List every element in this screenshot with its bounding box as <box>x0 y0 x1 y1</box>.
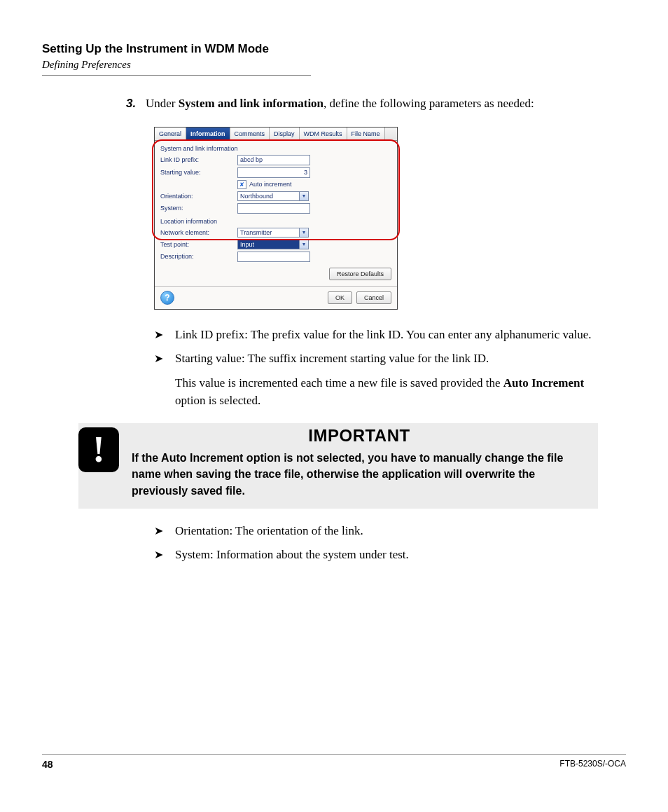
preferences-dialog: General Information Comments Display WDM… <box>154 127 398 310</box>
bullet-icon: ➤ <box>154 350 175 409</box>
cancel-button[interactable]: Cancel <box>356 291 391 304</box>
tab-comments[interactable]: Comments <box>230 128 270 140</box>
group-system-link-info: System and link information <box>160 145 391 152</box>
exclamation-icon <box>78 427 119 472</box>
step-text-bold: System and link information <box>179 97 323 110</box>
bullet-sub-paragraph: This value is incremented each time a ne… <box>175 375 598 409</box>
tab-information[interactable]: Information <box>186 128 230 140</box>
dropdown-network-element[interactable]: Transmitter ▾ <box>237 228 309 238</box>
bullet-item: ➤ System: Information about the system u… <box>154 546 598 564</box>
step-number: 3. <box>126 95 146 113</box>
tab-file-name[interactable]: File Name <box>347 128 385 140</box>
label-description: Description: <box>160 253 237 260</box>
group-location-info: Location information <box>160 218 391 225</box>
input-system[interactable] <box>237 203 310 214</box>
bullet-icon: ➤ <box>154 523 175 540</box>
label-auto-increment: Auto increment <box>249 181 292 188</box>
dropdown-orientation[interactable]: Northbound ▾ <box>237 191 309 201</box>
dropdown-test-point[interactable]: Input ▾ <box>237 240 309 249</box>
input-description[interactable] <box>237 252 310 262</box>
page-footer: 48 FTB-5230S/-OCA <box>42 754 626 770</box>
label-link-id-prefix: Link ID prefix: <box>160 156 237 163</box>
dropdown-test-point-value: Input <box>238 240 299 249</box>
important-callout: IMPORTANT If the Auto Increment option i… <box>78 423 598 509</box>
tab-general[interactable]: General <box>155 128 186 140</box>
tab-bar: General Information Comments Display WDM… <box>155 128 397 141</box>
label-starting-value: Starting value: <box>160 169 237 176</box>
bullet-text: Orientation: The orientation of the link… <box>175 523 598 540</box>
bullet-text-line: Starting value: The suffix increment sta… <box>175 352 489 365</box>
checkbox-auto-increment[interactable]: ✘ <box>237 180 246 189</box>
step-text-post: , define the following parameters as nee… <box>323 97 534 110</box>
header-rule <box>42 75 311 76</box>
page-number: 48 <box>42 759 53 770</box>
section-title: Setting Up the Instrument in WDM Mode <box>42 42 626 56</box>
chevron-down-icon: ▾ <box>299 240 308 249</box>
section-subtitle: Defining Preferences <box>42 59 626 71</box>
ok-button[interactable]: OK <box>328 291 352 304</box>
dropdown-network-element-value: Transmitter <box>238 228 299 237</box>
label-orientation: Orientation: <box>160 193 237 200</box>
important-text: If the Auto Increment option is not sele… <box>132 450 587 499</box>
sub-pre: This value is incremented each time a ne… <box>175 376 503 390</box>
step-text: Under System and link information, defin… <box>146 95 598 113</box>
step-row: 3. Under System and link information, de… <box>126 95 598 113</box>
bullet-item: ➤ Orientation: The orientation of the li… <box>154 523 598 540</box>
model-number: FTB-5230S/-OCA <box>559 759 626 770</box>
bullet-item: ➤ Link ID prefix: The prefix value for t… <box>154 326 598 344</box>
input-link-id-prefix[interactable] <box>237 155 310 165</box>
dropdown-orientation-value: Northbound <box>238 192 299 200</box>
bullet-icon: ➤ <box>154 546 175 564</box>
help-icon[interactable]: ? <box>160 291 174 305</box>
sub-post: option is selected. <box>175 394 260 407</box>
label-test-point: Test point: <box>160 241 237 248</box>
sub-bold: Auto Increment <box>503 376 584 390</box>
important-title: IMPORTANT <box>132 426 587 446</box>
label-system: System: <box>160 205 237 212</box>
bullet-item: ➤ Starting value: The suffix increment s… <box>154 350 598 409</box>
bullet-text: System: Information about the system und… <box>175 546 598 564</box>
chevron-down-icon: ▾ <box>299 192 308 200</box>
chevron-down-icon: ▾ <box>299 228 308 237</box>
bullet-icon: ➤ <box>154 326 175 344</box>
input-starting-value[interactable] <box>237 167 310 178</box>
bullet-text: Starting value: The suffix increment sta… <box>175 350 598 409</box>
bullet-text: Link ID prefix: The prefix value for the… <box>175 326 598 344</box>
tab-display[interactable]: Display <box>270 128 300 140</box>
label-network-element: Network element: <box>160 229 237 236</box>
restore-defaults-button[interactable]: Restore Defaults <box>329 268 391 280</box>
step-text-pre: Under <box>146 97 179 110</box>
tab-wdm-results[interactable]: WDM Results <box>300 128 347 140</box>
